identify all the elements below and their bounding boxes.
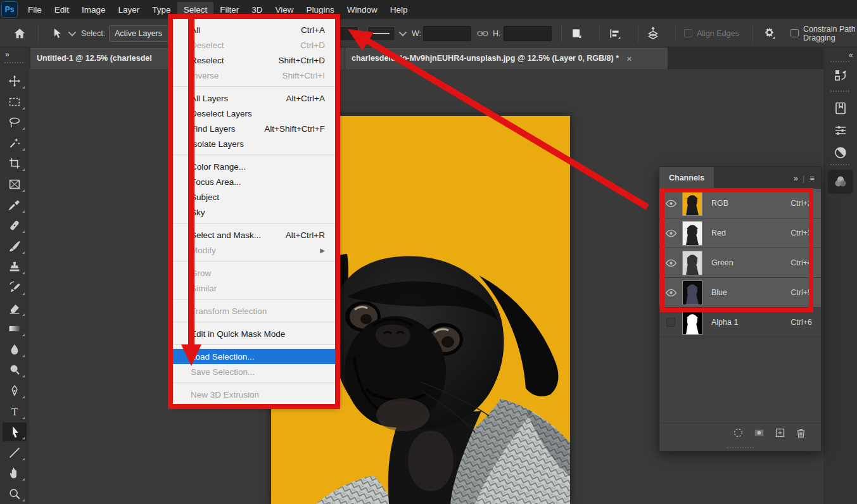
menubar-item-edit[interactable]: Edit — [48, 2, 75, 18]
menu-item-focus-area[interactable]: Focus Area... — [173, 174, 335, 189]
expand-panel-icon[interactable]: » — [794, 173, 797, 183]
document-tab-2[interactable]: charlesdeluvio-Mv9hjnEUHR4-unsplash.jpg … — [345, 47, 668, 69]
panel-resize-grip[interactable] — [727, 446, 754, 450]
lasso-tool[interactable] — [3, 113, 27, 132]
photoshop-logo[interactable]: Ps — [1, 1, 18, 18]
menu-item-select-and-mask[interactable]: Select and Mask...Alt+Ctrl+R — [173, 227, 335, 243]
visibility-toggle[interactable] — [659, 318, 682, 327]
menu-item-subject[interactable]: Subject — [173, 189, 335, 205]
hand-tool[interactable] — [3, 463, 27, 482]
channel-row-rgb[interactable]: RGBCtrl+2 — [659, 189, 821, 218]
menu-item-deselect[interactable]: DeselectCtrl+D — [173, 37, 335, 53]
align-edges-checkbox[interactable] — [684, 19, 692, 47]
eyedropper-tool[interactable] — [3, 196, 27, 215]
menu-item-grow[interactable]: Grow — [173, 265, 335, 280]
type-tool[interactable]: T — [3, 402, 27, 421]
gear-icon[interactable] — [763, 19, 776, 47]
channel-row-green[interactable]: GreenCtrl+4 — [659, 248, 821, 278]
tool-preset-button[interactable] — [51, 19, 74, 47]
path-selection-tool[interactable] — [3, 422, 27, 441]
menu-item-color-range[interactable]: Color Range... — [173, 159, 335, 174]
healing-brush-tool[interactable] — [3, 216, 27, 235]
menubar-item-filter[interactable]: Filter — [213, 2, 245, 18]
close-tab-icon[interactable]: × — [626, 53, 632, 64]
visibility-toggle[interactable] — [659, 257, 682, 269]
stroke-style-dropdown[interactable] — [367, 19, 405, 47]
history-brush-tool[interactable] — [3, 278, 27, 297]
delete-channel-button[interactable] — [795, 427, 807, 441]
menu-item-deselect-layers[interactable]: Deselect Layers — [173, 106, 335, 121]
menu-item-inverse[interactable]: InverseShift+Ctrl+I — [173, 68, 335, 83]
menu-item-similar[interactable]: Similar — [173, 280, 335, 296]
width-input[interactable] — [423, 19, 471, 47]
menu-item-transform-selection[interactable]: Transform Selection — [173, 303, 335, 318]
quick-selection-tool[interactable] — [3, 134, 27, 153]
path-arrangement-button[interactable] — [646, 19, 660, 47]
expand-panel-icon[interactable]: » — [5, 50, 8, 59]
brush-tool[interactable] — [3, 237, 27, 256]
save-selection-as-channel-button[interactable] — [753, 427, 765, 441]
menubar-item-layer[interactable]: Layer — [112, 2, 146, 18]
path-alignment-button[interactable] — [608, 19, 621, 47]
crop-tool[interactable] — [3, 154, 27, 173]
menubar-item-image[interactable]: Image — [75, 2, 112, 18]
menubar-item-window[interactable]: Window — [341, 2, 384, 18]
height-input[interactable] — [504, 19, 552, 47]
dodge-tool[interactable] — [3, 360, 27, 379]
menu-item-new-3d-extrusion[interactable]: New 3D Extrusion — [173, 387, 335, 402]
menu-separator — [173, 299, 335, 299]
menubar-item-file[interactable]: File — [22, 2, 48, 18]
clone-stamp-tool[interactable] — [3, 257, 27, 276]
menu-item-modify[interactable]: Modify▶ — [173, 243, 335, 258]
channel-row-blue[interactable]: BlueCtrl+5 — [659, 278, 821, 308]
visibility-toggle[interactable] — [659, 198, 682, 210]
menu-item-sky[interactable]: Sky — [173, 205, 335, 220]
constrain-path-checkbox[interactable] — [790, 19, 799, 47]
channels-footer — [659, 423, 821, 444]
path-operations-button[interactable] — [570, 19, 583, 47]
menubar-item-3d[interactable]: 3D — [245, 2, 269, 18]
blur-tool[interactable] — [3, 340, 27, 359]
zoom-tool[interactable] — [3, 484, 27, 503]
collapse-dock-icon[interactable]: « — [849, 50, 852, 60]
menubar-item-view[interactable]: View — [269, 2, 300, 18]
menubar-item-type[interactable]: Type — [146, 2, 177, 18]
channels-panel-button[interactable] — [828, 170, 853, 194]
dock-grip[interactable] — [830, 163, 851, 167]
menu-item-isolate-layers[interactable]: Isolate Layers — [173, 136, 335, 151]
marquee-tool[interactable] — [3, 92, 27, 111]
dock-grip[interactable] — [830, 90, 851, 93]
visibility-toggle[interactable] — [659, 287, 682, 299]
home-button[interactable] — [13, 19, 27, 47]
menubar-item-help[interactable]: Help — [384, 2, 414, 18]
menubar-item-plugins[interactable]: Plugins — [300, 2, 340, 18]
libraries-panel-button[interactable] — [828, 96, 853, 120]
visibility-toggle[interactable] — [659, 227, 682, 239]
tone-curve-panel-button[interactable] — [828, 141, 853, 165]
gradient-tool[interactable] — [3, 319, 27, 338]
menu-item-all[interactable]: AllCtrl+A — [173, 22, 335, 37]
channel-row-red[interactable]: RedCtrl+3 — [659, 218, 821, 248]
history-panel-button[interactable] — [828, 63, 853, 87]
channels-tab[interactable]: Channels — [659, 167, 714, 189]
line-tool[interactable] — [3, 443, 27, 462]
move-tool[interactable] — [3, 72, 27, 91]
menu-item-load-selection[interactable]: Load Selection... — [173, 349, 335, 364]
menubar-item-select[interactable]: Select — [177, 2, 214, 18]
new-channel-button[interactable] — [774, 427, 786, 441]
select-mode-dropdown[interactable]: Active Layers — [109, 19, 180, 47]
menu-item-find-layers[interactable]: Find LayersAlt+Shift+Ctrl+F — [173, 121, 335, 136]
menu-item-all-layers[interactable]: All LayersAlt+Ctrl+A — [173, 91, 335, 106]
load-channel-as-selection-button[interactable] — [732, 427, 744, 441]
panel-menu-icon[interactable]: ≡ — [809, 173, 815, 183]
adjustments-panel-button[interactable] — [828, 118, 853, 142]
menu-item-save-selection[interactable]: Save Selection... — [173, 364, 335, 379]
pen-tool[interactable] — [3, 381, 27, 400]
frame-tool[interactable] — [3, 175, 27, 194]
panel-grip[interactable] — [4, 61, 25, 65]
link-dimensions-icon[interactable] — [476, 19, 489, 47]
menu-item-reselect[interactable]: ReselectShift+Ctrl+D — [173, 53, 335, 68]
eraser-tool[interactable] — [3, 299, 27, 318]
channel-row-alpha-1[interactable]: Alpha 1Ctrl+6 — [659, 308, 821, 337]
menu-item-edit-in-quick-mask-mode[interactable]: Edit in Quick Mask Mode — [173, 326, 335, 341]
